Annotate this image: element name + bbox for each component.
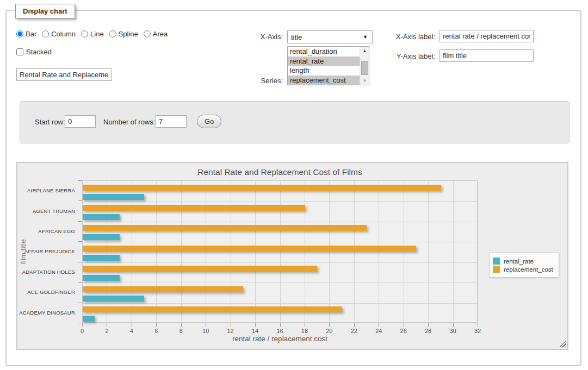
category-label: AFRICAN EGG xyxy=(17,221,79,241)
legend-item-replacement_cost: replacement_cost xyxy=(493,266,553,273)
plot-area xyxy=(82,180,478,323)
gridline xyxy=(280,181,281,322)
stacked-label: Stacked xyxy=(26,48,52,56)
resize-handle-icon[interactable] xyxy=(559,341,566,347)
chart-type-group: BarColumnLineSplineArea xyxy=(16,30,173,38)
x-tick xyxy=(156,323,157,327)
y-axis-title: film title xyxy=(19,239,27,264)
x-tick xyxy=(428,323,429,327)
series-listbox[interactable]: rental_durationrental_ratelengthreplacem… xyxy=(287,46,369,85)
dropdown-arrow-icon: ▼ xyxy=(363,34,372,40)
gridline xyxy=(83,201,477,202)
gridline xyxy=(329,181,330,322)
legend-swatch xyxy=(493,258,500,265)
category-label: ADAPTATION HOLES xyxy=(17,262,79,282)
x-tick-label: 30 xyxy=(445,328,461,334)
x-tick-label: 6 xyxy=(148,328,164,334)
x-tick xyxy=(82,323,83,327)
chart-type-radio-spline[interactable] xyxy=(109,30,116,37)
x-tick-label: 28 xyxy=(420,328,436,334)
legend-label: rental_rate xyxy=(504,258,534,265)
x-tick-label: 18 xyxy=(296,328,313,334)
chart-type-radio-line[interactable] xyxy=(81,30,88,37)
y-tick xyxy=(78,200,82,201)
category-label: AGENT TRUMAN xyxy=(17,200,79,221)
x-axis-select[interactable]: title ▼ xyxy=(287,30,373,43)
gridline xyxy=(305,181,305,322)
x-tick xyxy=(305,323,305,327)
category-label: AIRPLANE SIERRA xyxy=(17,180,79,200)
go-button[interactable]: Go xyxy=(197,115,221,128)
legend-swatch xyxy=(493,266,500,273)
x-tick xyxy=(280,323,281,327)
x-axis-label-input[interactable] xyxy=(440,30,534,42)
chart-type-label-column: Column xyxy=(51,30,76,38)
start-row-input[interactable] xyxy=(65,115,96,128)
scrollbar-thumb[interactable] xyxy=(361,61,368,75)
x-tick-label: 16 xyxy=(272,328,288,334)
x-axis-selected-value: title xyxy=(288,33,363,41)
bar-rental_rate xyxy=(83,316,95,322)
gridline xyxy=(231,181,231,322)
y-tick xyxy=(78,262,82,262)
series-options: rental_durationrental_ratelengthreplacem… xyxy=(288,47,369,85)
gridline xyxy=(83,222,477,222)
chart-type-radio-column[interactable] xyxy=(42,30,49,37)
scroll-down-icon[interactable]: ▼ xyxy=(360,78,369,83)
chart-title-input[interactable] xyxy=(16,68,112,81)
category-label: ACADEMY DINOSAUR xyxy=(17,303,79,323)
y-tick xyxy=(78,221,82,222)
series-option-length[interactable]: length xyxy=(288,66,360,76)
bar-replacement_cost xyxy=(83,225,367,231)
chart-type-label-bar: Bar xyxy=(26,30,36,38)
listbox-scrollbar[interactable]: ▲ ▼ xyxy=(360,47,369,85)
start-row-label: Start row: xyxy=(35,118,65,126)
stacked-checkbox[interactable] xyxy=(16,48,23,55)
series-option-rental_rate[interactable]: rental_rate xyxy=(288,57,360,66)
gridline xyxy=(181,181,182,322)
category-label: ACE GOLDFINGER xyxy=(17,282,79,302)
y-axis-label-input[interactable] xyxy=(440,49,534,62)
gridline xyxy=(206,181,206,322)
y-tick xyxy=(78,282,82,283)
chart-type-radio-area[interactable] xyxy=(144,30,151,37)
gridline xyxy=(83,283,477,283)
x-tick-label: 26 xyxy=(395,328,412,334)
gridline xyxy=(428,181,429,322)
bar-rental_rate xyxy=(83,275,120,281)
x-tick xyxy=(379,323,379,327)
series-select-label: Series: xyxy=(234,77,283,85)
gridline xyxy=(83,262,477,263)
bar-rental_rate xyxy=(83,296,144,302)
row-controls-panel xyxy=(20,101,570,143)
x-axis-label-label: X-Axis label: xyxy=(374,33,435,41)
bar-rental_rate xyxy=(83,194,144,200)
bar-replacement_cost xyxy=(83,205,305,211)
chart-type-label-spline: Spline xyxy=(119,30,138,38)
y-axis-label-label: Y-Axis label: xyxy=(374,52,435,60)
x-tick xyxy=(354,323,355,327)
chart-type-label-line: Line xyxy=(90,30,104,38)
x-tick-label: 14 xyxy=(247,328,263,334)
series-option-replacement_cost[interactable]: replacement_cost xyxy=(288,76,360,85)
x-tick-label: 8 xyxy=(173,328,189,334)
y-tick xyxy=(78,303,82,303)
chart-type-radio-bar[interactable] xyxy=(16,30,23,37)
scroll-up-icon[interactable]: ▲ xyxy=(360,48,369,53)
bar-rental_rate xyxy=(83,234,120,240)
bar-rental_rate xyxy=(83,255,120,261)
gridline xyxy=(83,242,477,242)
bar-replacement_cost xyxy=(83,246,416,252)
x-tick-label: 2 xyxy=(98,328,115,334)
num-rows-input[interactable] xyxy=(156,115,187,128)
x-tick-label: 32 xyxy=(469,328,486,334)
x-tick xyxy=(255,323,256,327)
gridline xyxy=(478,181,478,322)
x-tick xyxy=(181,323,182,327)
x-tick xyxy=(206,323,206,327)
panel-title: Display chart xyxy=(15,4,75,18)
x-tick xyxy=(107,323,107,327)
x-tick xyxy=(329,323,330,327)
series-option-rental_duration[interactable]: rental_duration xyxy=(288,47,360,57)
bar-rental_rate xyxy=(83,214,120,220)
